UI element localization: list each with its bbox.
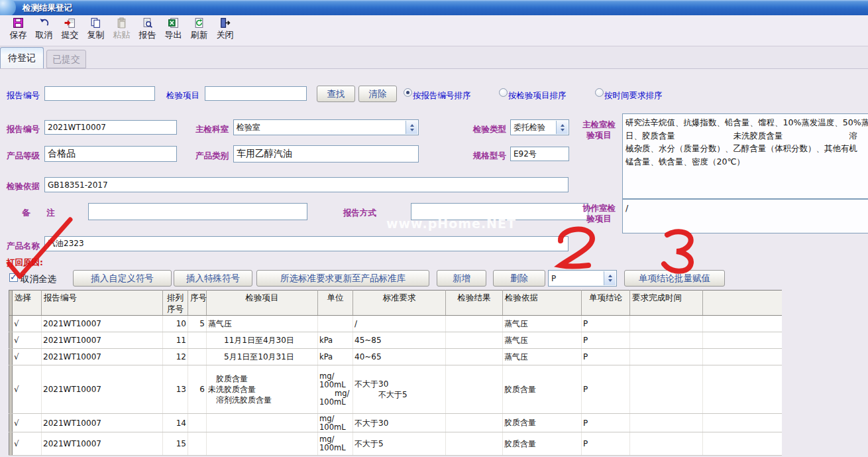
submit-button[interactable]: 提交 (57, 15, 83, 45)
spec-model-label: 规格型号 (473, 151, 506, 162)
save-button[interactable]: 保存 (5, 15, 31, 45)
search-item-input[interactable] (205, 86, 307, 101)
cell-basis: 蒸气压 (503, 316, 582, 332)
cancel-button[interactable]: 取消 (31, 15, 57, 45)
uncheck-all-checkbox[interactable] (9, 273, 18, 282)
column-header-6[interactable]: 标准要求 (353, 291, 446, 316)
product-type-label: 产品类别 (195, 151, 229, 162)
cell-seq (188, 414, 207, 432)
add-button[interactable]: 新增 (437, 270, 486, 287)
paste-button: 粘贴 (109, 15, 135, 45)
report-method-label: 报告方式 (343, 208, 376, 219)
undo-icon (38, 17, 50, 29)
report-method-input[interactable] (411, 203, 588, 220)
cell-deadline (630, 316, 703, 332)
remark-label: 备 注 (22, 208, 55, 219)
sort-by-item-radio[interactable] (499, 88, 508, 97)
cell-conclusion: P (582, 432, 630, 456)
search-report-no-input[interactable] (44, 86, 155, 101)
conclusion-combo[interactable]: P (548, 270, 617, 287)
product-type-input[interactable] (233, 145, 419, 163)
coop-items-label: 协作室检 验项目 (578, 203, 620, 224)
tab-pending[interactable]: 待登记 (0, 47, 44, 68)
cell-result (446, 365, 503, 414)
insert-special-symbol-button[interactable]: 插入特殊符号 (174, 270, 252, 287)
column-header-10[interactable]: 要求完成时间 (630, 291, 703, 316)
report-no-input[interactable] (44, 120, 177, 135)
clear-button[interactable]: 清除 (358, 86, 397, 102)
cell-selected[interactable]: √ (13, 332, 42, 349)
paste-icon (116, 17, 127, 29)
cell-seq: 5 (188, 316, 207, 332)
column-header-3[interactable]: 序号 (188, 291, 207, 316)
cell-filler (703, 432, 783, 456)
find-button[interactable]: 查找 (317, 86, 355, 102)
report-button[interactable]: 报告 (135, 15, 160, 45)
column-header-4[interactable]: 检验项目 (207, 291, 318, 316)
cell-result (446, 432, 503, 456)
main-items-box[interactable]: 研究法辛烷值、抗爆指数、铅含量、馏程、10%蒸发温度、50%蒸 日、胶质含量 未… (622, 113, 868, 199)
cell-seq (188, 432, 207, 456)
delete-button[interactable]: 删除 (493, 270, 545, 287)
product-name-input[interactable] (44, 236, 569, 251)
close-button[interactable]: 关闭 (212, 15, 238, 45)
combo-spinner-icon[interactable] (406, 121, 417, 134)
report-no-label: 报告编号 (7, 124, 40, 135)
basis-input[interactable] (44, 177, 569, 192)
sort-by-report-no-label: 按报告编号排序 (413, 90, 471, 101)
coop-items-box[interactable]: / (622, 199, 868, 233)
cell-selected[interactable]: √ (13, 365, 42, 414)
update-standard-button[interactable]: 所选标准要求更新至产品标准库 (256, 270, 429, 287)
test-type-label: 检验类型 (473, 124, 506, 135)
column-header-filler (703, 291, 783, 316)
save-icon (13, 17, 24, 29)
column-header-0[interactable]: 选择 (13, 291, 42, 316)
copy-button[interactable]: 复制 (83, 15, 109, 45)
combo-spinner-icon[interactable] (604, 271, 616, 285)
product-name-label: 产品名称 (7, 241, 40, 252)
main-dept-combo[interactable]: 检验室 (233, 119, 419, 135)
batch-assign-button[interactable]: 单项结论批量赋值 (624, 270, 725, 287)
results-grid: 选择报告编号排列 序号序号检验项目单位标准要求检验结果检验依据单项结论要求完成时… (9, 290, 782, 457)
refresh-button[interactable]: 刷新 (186, 15, 212, 45)
spec-model-input[interactable] (510, 147, 569, 161)
cell-item: 蒸气压 (207, 316, 318, 332)
cell-selected[interactable]: √ (13, 316, 42, 332)
cell-deadline (630, 349, 703, 365)
cell-selected[interactable]: √ (13, 349, 42, 365)
tab-submitted[interactable]: 已提交 (46, 50, 86, 68)
cell-result (446, 414, 503, 432)
cell-selected[interactable]: √ (13, 414, 42, 432)
export-button[interactable]: 导出 (160, 15, 186, 45)
column-header-5[interactable]: 单位 (318, 291, 353, 316)
column-header-9[interactable]: 单项结论 (582, 291, 630, 316)
sort-by-report-no-radio[interactable] (404, 88, 412, 97)
search-item-label: 检验项目 (166, 90, 199, 101)
cell-order_no: 10 (163, 316, 188, 332)
column-header-7[interactable]: 检验结果 (446, 291, 503, 316)
reject-reason-label: 打回原因: (7, 257, 43, 269)
column-header-1[interactable]: 报告编号 (42, 291, 163, 316)
remark-input[interactable] (88, 203, 307, 220)
cell-unit: mg/ 100mL (318, 432, 353, 456)
cell-report_no: 2021WT10007 (42, 316, 163, 332)
combo-spinner-icon[interactable] (556, 121, 568, 134)
cell-basis: 胶质含量 (503, 414, 582, 432)
cell-requirement: 不大于30 (353, 414, 446, 432)
search-report-no-label: 报告编号 (7, 90, 40, 101)
basis-label: 检验依据 (7, 181, 40, 192)
cell-selected[interactable]: √ (13, 432, 42, 456)
main-items-label: 主检室检 验项目 (578, 119, 620, 141)
sort-by-time-radio[interactable] (595, 88, 604, 97)
test-type-combo[interactable]: 委托检验 (510, 119, 569, 135)
cell-order_no: 11 (163, 332, 188, 349)
product-grade-input[interactable] (44, 146, 177, 162)
report-icon (142, 17, 153, 29)
cell-requirement: 不大于30 不大于5 (353, 365, 446, 414)
cell-requirement: 45~85 (353, 332, 446, 349)
toolbar: 保存 取消 提交 复制 粘贴 报告 导出 刷新 (0, 15, 868, 46)
table-row: √2021WT10007136 胶质含量 未洗胶质含量 溶剂洗胶质含量mg/ 1… (9, 365, 783, 414)
insert-custom-symbol-button[interactable]: 插入自定义符号 (73, 270, 172, 287)
column-header-8[interactable]: 检验依据 (503, 291, 582, 316)
column-header-2[interactable]: 排列 序号 (163, 291, 188, 316)
